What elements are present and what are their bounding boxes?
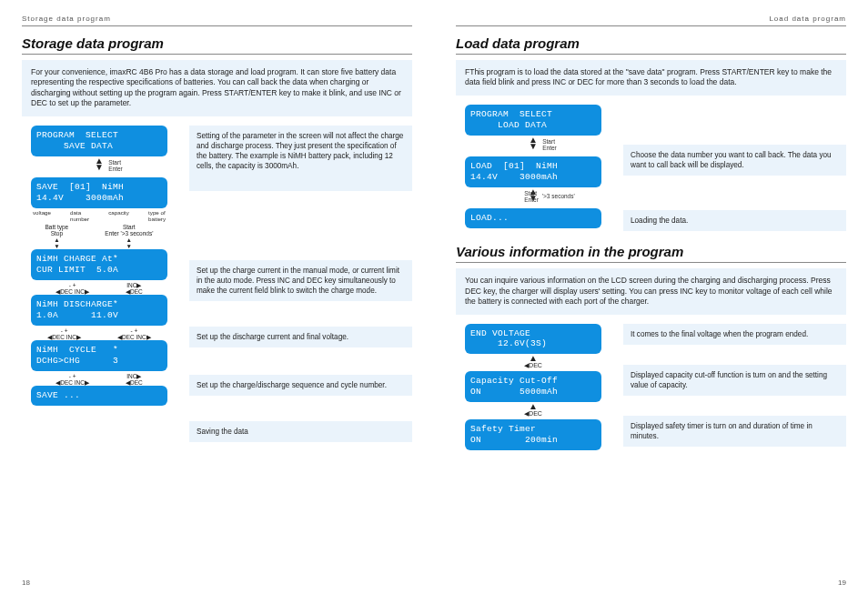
load-notes-column: Choose the data number you want to call … bbox=[623, 105, 846, 231]
note-box: Displayed capacity cut-off function is t… bbox=[623, 365, 846, 396]
note-box: Set up the charge current in the manual … bbox=[189, 260, 412, 301]
section-title-storage: Storage data program bbox=[22, 35, 412, 55]
intro-load: FThis program is to load the data stored… bbox=[456, 60, 846, 96]
running-head-right: Load data program bbox=[456, 15, 846, 26]
section-title-load: Load data program bbox=[456, 35, 846, 55]
lcd-screen: END VOLTAGE 12.6V(3S) bbox=[465, 324, 601, 355]
section-title-various: Various information in the program bbox=[456, 244, 846, 263]
lcd-screen: Safety Timer ON 200min bbox=[465, 419, 601, 450]
note-box: It comes to the final voltage when the p… bbox=[623, 324, 846, 345]
info-notes-column: It comes to the final voltage when the p… bbox=[623, 324, 846, 450]
flow-connector-pair: - +◀DEC INC▶ INC▶ ◀DEC bbox=[56, 371, 142, 386]
flow-connector: ▲ ▼ bbox=[529, 136, 538, 151]
lcd-screen: SAVE [01] NiMH 14.4V 3000mAh bbox=[31, 177, 167, 208]
storage-notes-column: Setting of the parameter in the screen w… bbox=[189, 126, 412, 442]
lcd-screen: PROGRAM SELECT LOAD DATA bbox=[465, 105, 601, 136]
arrow-down-icon: ▼ bbox=[95, 165, 104, 170]
intro-storage: For your convenience, imaxRC 4B6 Pro has… bbox=[22, 60, 412, 116]
lcd-screen: NiMH DISCHARGE* 1.0A 11.0V bbox=[31, 295, 167, 326]
flow-connector-dec: ▲ ◀DEC bbox=[524, 402, 542, 419]
lcd-screen: NiMH CYCLE * DCHG>CHG 3 bbox=[31, 340, 167, 371]
note-box: Set up the charge/discharge sequence and… bbox=[189, 375, 412, 396]
lcd-screen: SAVE ... bbox=[31, 386, 167, 406]
page-number-right: 19 bbox=[838, 579, 846, 587]
arrow-up-icon: ▲ bbox=[529, 404, 538, 409]
note-box: Choose the data number you want to call … bbox=[623, 145, 846, 176]
hint-start-enter: Start Enter bbox=[108, 159, 123, 172]
lcd-screen: Capacity Cut-Off ON 5000mAh bbox=[465, 371, 601, 402]
arrow-down-icon: ▼ bbox=[529, 144, 538, 149]
note-box: Saving the data bbox=[189, 421, 412, 442]
arrow-up-icon: ▲ bbox=[529, 356, 538, 361]
hint-start-enter: Start Enter bbox=[542, 138, 557, 151]
lcd-screen: LOAD... bbox=[465, 208, 601, 228]
page-left: Storage data program Storage data progra… bbox=[0, 0, 434, 594]
field-labels-row: voltage data number capacity type of bat… bbox=[31, 208, 167, 222]
lcd-screen: NiMH CHARGE At* CUR LIMIT 5.0A bbox=[31, 249, 167, 280]
flow-connector-pair: - +◀DEC INC▶ - +◀DEC INC▶ bbox=[47, 326, 150, 340]
intro-various: You can inquire various information on t… bbox=[456, 268, 846, 314]
page-right: Load data program Load data program FThi… bbox=[434, 0, 868, 594]
note-box: Setting of the parameter in the screen w… bbox=[189, 126, 412, 191]
lcd-screen: PROGRAM SELECT SAVE DATA bbox=[31, 126, 167, 156]
load-lane: PROGRAM SELECT LOAD DATA ▲ ▼ Start Enter… bbox=[456, 105, 846, 231]
flow-connector: ▲ ▼ bbox=[95, 156, 104, 172]
running-head-left: Storage data program bbox=[22, 15, 412, 26]
flow-connector-pair: Batt type Stop▲▼ Start Enter '>3 seconds… bbox=[45, 222, 154, 250]
page-number-left: 18 bbox=[22, 579, 30, 587]
note-box: Loading the data. bbox=[623, 210, 846, 231]
note-box: Set up the discharge current and final v… bbox=[189, 327, 412, 347]
flow-connector-dec: ▲ ◀DEC bbox=[524, 354, 542, 371]
flow-connector-pair: - +◀DEC INC▶ INC▶ ◀DEC bbox=[56, 280, 142, 295]
note-box: Displayed safety timer is turn on and du… bbox=[623, 416, 846, 447]
hint-start-enter-3s: Start Enter '>3 seconds' bbox=[524, 190, 574, 203]
storage-lane: PROGRAM SELECT SAVE DATA ▲ ▼ Start Enter… bbox=[22, 126, 412, 442]
storage-flow-column: PROGRAM SELECT SAVE DATA ▲ ▼ Start Enter… bbox=[22, 126, 177, 442]
lcd-screen: LOAD [01] NiMH 14.4V 3000mAh bbox=[465, 156, 601, 187]
info-lane: END VOLTAGE 12.6V(3S) ▲ ◀DEC Capacity Cu… bbox=[456, 324, 846, 450]
info-flow-column: END VOLTAGE 12.6V(3S) ▲ ◀DEC Capacity Cu… bbox=[456, 324, 611, 450]
load-flow-column: PROGRAM SELECT LOAD DATA ▲ ▼ Start Enter… bbox=[456, 105, 611, 231]
